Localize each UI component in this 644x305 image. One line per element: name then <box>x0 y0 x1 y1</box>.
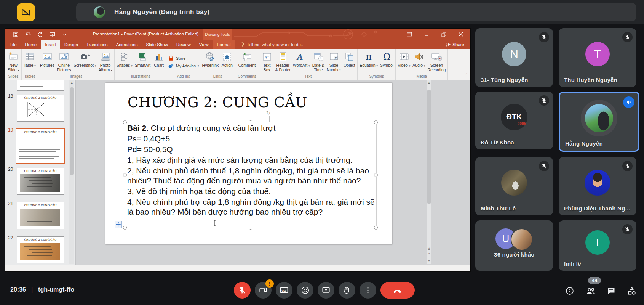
people-button[interactable] <box>585 286 596 296</box>
stop-presenting-button[interactable] <box>17 3 35 21</box>
slide-body-text[interactable]: Bài 2: Cho pt đường cung và cầu lần lượt… <box>127 123 377 218</box>
slide-scrollbar[interactable]: ▲ ≙ ≚ ▼ <box>427 80 431 264</box>
close-icon[interactable] <box>453 29 468 40</box>
ribbon-button-pictures[interactable]: Pictures <box>39 50 56 74</box>
present-button[interactable] <box>318 282 334 299</box>
ribbon-button-slide-number[interactable]: #SlideNumber <box>326 50 342 74</box>
previous-slide-icon[interactable]: ≙ <box>427 247 431 251</box>
ribbon-button-video[interactable]: Video ▾ <box>396 50 411 74</box>
tab-review[interactable]: Review <box>172 40 195 49</box>
selection-handle[interactable] <box>123 226 127 230</box>
tab-animations[interactable]: Animations <box>112 40 142 49</box>
slide-text-line[interactable]: 3, Vẽ đồ thị minh họa tác động của thuế. <box>127 186 377 196</box>
slide-text-line[interactable]: 1, Hãy xác định giá và mức sản lượng cân… <box>127 155 377 165</box>
info-button[interactable] <box>564 286 575 296</box>
slide-thumbnail-20[interactable]: CHƯƠNG 2 CUNG CẦU <box>17 168 64 195</box>
reactions-button[interactable] <box>297 282 313 299</box>
ribbon-button-audio[interactable]: Audio ▾ <box>411 50 426 74</box>
tab-insert[interactable]: Insert <box>41 40 60 49</box>
ribbon-button-equation[interactable]: πEquation ▾ <box>358 50 379 74</box>
tab-slide-show[interactable]: Slide Show <box>142 40 173 49</box>
participant-tile[interactable]: Minh Thư Lê <box>475 157 553 215</box>
ribbon-button-date-time[interactable]: Date &Time <box>311 50 326 74</box>
restore-icon[interactable] <box>436 29 451 40</box>
ribbon-button-screen-recording[interactable]: ScreenRecording <box>427 50 447 74</box>
slide-text-box[interactable]: ↻ Bài 2: Cho pt đường cung và cầu lần lư… <box>125 122 377 228</box>
slide-canvas[interactable]: CHƯƠNG 2: CUNG CẦU ↻ Bài 2: Cho pt đường… <box>105 83 392 244</box>
participant-tile[interactable]: N31- Tùng Nguyễn <box>475 28 553 87</box>
ribbon-button-object[interactable]: Object <box>342 50 356 74</box>
ribbon-button-table[interactable]: Table ▾ <box>22 50 37 74</box>
selection-handle[interactable] <box>374 226 378 230</box>
captions-button[interactable]: CC <box>276 282 292 299</box>
participant-tile[interactable]: Ilĩnh lê <box>559 220 636 271</box>
tab-home[interactable]: Home <box>21 40 41 49</box>
tell-me-box[interactable]: Tell me what you want to do.. <box>235 40 303 49</box>
ribbon-button-text-box[interactable]: ATextBox <box>260 50 274 74</box>
share-button[interactable]: Share <box>439 40 470 49</box>
ribbon-button-new-slide[interactable]: NewSlide ▾ <box>6 50 21 74</box>
ribbon-button-store[interactable]: Store <box>168 55 199 61</box>
tab-file[interactable]: File <box>5 40 21 49</box>
ribbon-button-header-footer[interactable]: Header& Footer <box>274 50 292 74</box>
tab-view[interactable]: View <box>195 40 213 49</box>
ribbon-button-chart[interactable]: Chart <box>152 50 166 74</box>
minimize-icon[interactable] <box>419 29 434 40</box>
ribbon-button-screenshot[interactable]: Screenshot ▾ <box>72 50 97 74</box>
tab-format[interactable]: Format <box>213 40 235 49</box>
participant-tile[interactable]: ĐTK2005Đỗ Từ Khoa <box>475 92 553 149</box>
ribbon-button-photo-album[interactable]: PhotoAlbum ▾ <box>97 50 113 74</box>
participant-tile[interactable]: Phùng Diệu Thanh Ng... <box>559 157 636 215</box>
slide-thumbnail-21[interactable]: CHƯƠNG 2 CUNG CẦU <box>17 202 64 229</box>
ribbon-button-my-add-ins[interactable]: My Add-ins ▾ <box>168 63 199 69</box>
participant-tile[interactable]: Hằng Nguyễn <box>559 92 639 152</box>
start-slideshow-icon[interactable] <box>50 32 55 37</box>
thumbnail-scrollbar[interactable]: ▲ <box>69 80 74 264</box>
ribbon-button-shapes[interactable]: Shapes ▾ <box>115 50 134 74</box>
participant-tile[interactable]: TThu Huyền Nguyễn <box>559 28 636 87</box>
tab-transitions[interactable]: Transitions <box>82 40 112 49</box>
scroll-up-icon[interactable]: ▲ <box>427 81 431 85</box>
rotate-handle-icon[interactable]: ↻ <box>266 111 272 116</box>
selection-handle[interactable] <box>123 173 127 177</box>
ribbon-button-wordart[interactable]: AWordArt ▾ <box>292 50 311 74</box>
ribbon-button-smartart[interactable]: SmartArt <box>134 50 152 74</box>
selection-handle[interactable] <box>249 226 252 230</box>
qat-customize-caret-icon[interactable] <box>62 32 67 37</box>
selection-handle[interactable] <box>123 120 127 124</box>
collapse-ribbon-icon[interactable]: ⌃ <box>465 73 468 77</box>
scroll-down-icon[interactable]: ▼ <box>427 259 431 262</box>
move-handle-icon[interactable] <box>115 221 122 228</box>
ribbon-button-symbol[interactable]: ΩSymbol <box>379 50 395 74</box>
slide-thumbnail-partial[interactable] <box>17 80 64 91</box>
tab-design[interactable]: Design <box>60 40 82 49</box>
next-slide-icon[interactable]: ≚ <box>427 253 431 256</box>
ribbon-display-options-icon[interactable] <box>402 29 417 40</box>
slide-text-line[interactable]: 4, Nếu chính phủ trợ cấp 1,8 nghìn đồng … <box>127 197 377 217</box>
undo-icon[interactable] <box>25 32 31 37</box>
slide-thumbnail-19[interactable]: CHƯƠNG 2 CUNG CẦU <box>16 128 65 164</box>
ppt-title-bar[interactable]: Presentation1 - PowerPoint (Product Acti… <box>5 29 470 40</box>
ribbon-button-action[interactable]: Action <box>220 50 234 74</box>
selection-handle[interactable] <box>374 173 378 177</box>
end-call-button[interactable] <box>380 282 415 299</box>
slide-thumbnail-18[interactable]: CHƯƠNG 2 CUNG CẦU <box>17 95 64 122</box>
slide-thumbnail-panel[interactable]: 18CHƯƠNG 2 CUNG CẦU19CHƯƠNG 2 CUNG CẦU20… <box>5 80 76 265</box>
raise-hand-button[interactable] <box>339 282 355 299</box>
slide-title[interactable]: CHƯƠNG 2: CUNG CẦU <box>128 94 307 111</box>
scroll-up-icon[interactable]: ▲ <box>69 81 74 85</box>
slide-text-line[interactable]: 2, Nếu chính phủ đánh thuế 1,8 nghìn đồn… <box>127 166 377 186</box>
participant-tile[interactable]: U36 người khác <box>475 220 553 271</box>
slide-text-line[interactable]: Bài 2: Cho pt đường cung và cầu lần lượt <box>127 123 377 133</box>
mic-off-button[interactable] <box>234 282 251 299</box>
more-options-button[interactable] <box>360 282 376 299</box>
selection-handle[interactable] <box>249 120 252 124</box>
selection-handle[interactable] <box>374 120 378 124</box>
redo-icon[interactable] <box>37 32 43 37</box>
ribbon-button-hyperlink[interactable]: Hyperlink <box>201 50 220 74</box>
slide-text-line[interactable]: Pd= 50-0,5Q <box>127 144 377 154</box>
save-icon[interactable] <box>13 32 19 37</box>
chat-button[interactable] <box>606 286 617 296</box>
ribbon-button-online-pictures[interactable]: OnlinePictures <box>56 50 72 74</box>
quick-access-toolbar[interactable] <box>13 29 67 40</box>
